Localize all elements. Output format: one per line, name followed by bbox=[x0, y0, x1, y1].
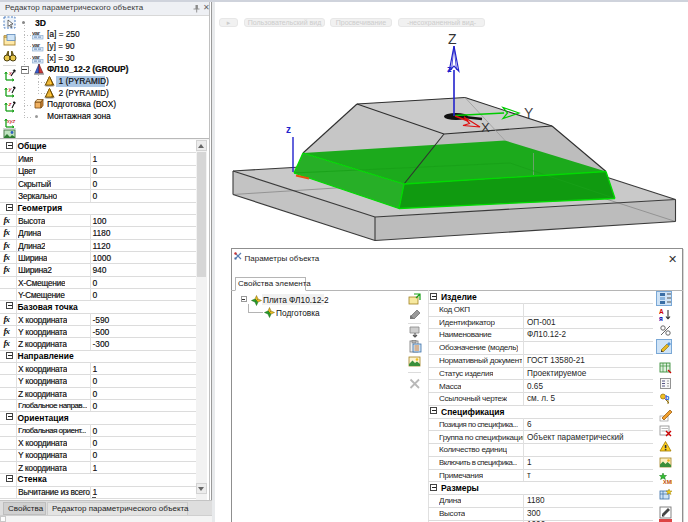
svg-text:b: b bbox=[665, 394, 669, 401]
svg-text:Y: Y bbox=[524, 105, 534, 121]
svg-text:z: z bbox=[286, 124, 291, 135]
svg-text:XML: XML bbox=[663, 479, 672, 485]
svg-text:Z: Z bbox=[448, 31, 457, 47]
svg-text:X: X bbox=[481, 120, 490, 135]
svg-text:z: z bbox=[447, 64, 452, 74]
svg-text:я: я bbox=[659, 314, 663, 321]
